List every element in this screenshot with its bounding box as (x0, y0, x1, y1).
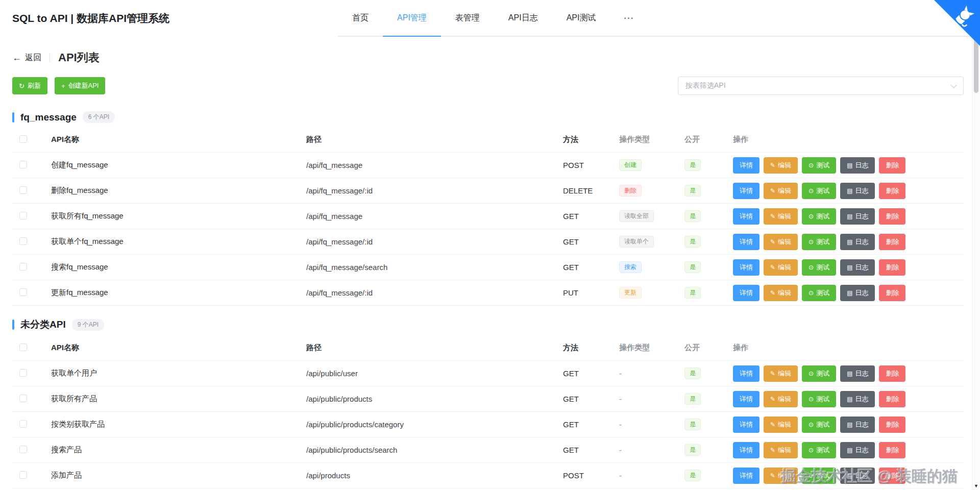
test-button[interactable]: ⊙测试 (802, 285, 836, 301)
detail-button[interactable]: 详情 (733, 416, 760, 433)
row-checkbox[interactable] (19, 186, 27, 194)
delete-button[interactable]: 删除 (879, 285, 905, 301)
nav-item-table-mgmt[interactable]: 表管理 (441, 0, 494, 37)
log-button[interactable]: ▤日志 (840, 183, 875, 199)
detail-button[interactable]: 详情 (733, 208, 760, 225)
delete-button[interactable]: 删除 (879, 468, 905, 484)
delete-button[interactable]: 删除 (879, 234, 905, 250)
row-checkbox[interactable] (19, 420, 27, 428)
test-button[interactable]: ⊙测试 (802, 259, 836, 276)
row-checkbox[interactable] (19, 263, 27, 271)
log-button[interactable]: ▤日志 (840, 157, 875, 174)
api-path: /api/public/products/category (306, 420, 563, 429)
public-tag: 是 (684, 159, 701, 171)
delete-button[interactable]: 删除 (879, 208, 905, 225)
test-button[interactable]: ⊙测试 (802, 391, 836, 407)
test-button[interactable]: ⊙测试 (802, 208, 836, 225)
edit-button[interactable]: ✎编辑 (764, 442, 798, 458)
row-checkbox[interactable] (19, 237, 27, 245)
table-row: 更新fq_message /api/fq_message/:id PUT 更新 … (12, 280, 964, 306)
delete-button[interactable]: 删除 (879, 442, 905, 458)
test-button[interactable]: ⊙测试 (802, 442, 836, 458)
op-type-tag: - (619, 420, 622, 429)
delete-button[interactable]: 删除 (879, 183, 905, 199)
log-button[interactable]: ▤日志 (840, 234, 875, 250)
log-button[interactable]: ▤日志 (840, 391, 875, 407)
test-button[interactable]: ⊙测试 (802, 365, 836, 382)
edit-button[interactable]: ✎编辑 (764, 285, 798, 301)
detail-button[interactable]: 详情 (733, 285, 760, 301)
edit-button[interactable]: ✎编辑 (764, 157, 798, 174)
scroll-down-icon[interactable]: ▼ (974, 484, 978, 488)
select-all-checkbox[interactable] (19, 135, 27, 143)
edit-button[interactable]: ✎编辑 (764, 208, 798, 225)
test-button[interactable]: ⊙测试 (802, 157, 836, 174)
log-button[interactable]: ▤日志 (840, 365, 875, 382)
api-method: POST (563, 161, 619, 169)
create-api-button[interactable]: + 创建新API (55, 77, 106, 94)
op-type-tag: 更新 (619, 287, 642, 299)
table-row: 创建fq_message /api/fq_message POST 创建 是 详… (12, 153, 964, 178)
row-checkbox[interactable] (19, 446, 27, 453)
scrollbar[interactable]: ▲ ▼ (972, 0, 980, 490)
api-method: PUT (563, 288, 619, 297)
detail-button[interactable]: 详情 (733, 183, 760, 199)
log-button[interactable]: ▤日志 (840, 416, 875, 433)
log-icon: ▤ (847, 213, 852, 219)
corner-ribbon-link[interactable] (934, 0, 980, 46)
detail-button[interactable]: 详情 (733, 157, 760, 174)
test-button[interactable]: ⊙测试 (802, 234, 836, 250)
back-button[interactable]: ← 返回 (12, 53, 41, 63)
detail-button[interactable]: 详情 (733, 259, 760, 276)
nav-items: 首页 API管理 表管理 API日志 API测试 (338, 0, 610, 37)
nav-item-api-mgmt[interactable]: API管理 (383, 0, 441, 37)
delete-button[interactable]: 删除 (879, 157, 905, 174)
log-icon: ▤ (847, 473, 852, 479)
log-button[interactable]: ▤日志 (840, 208, 875, 225)
row-checkbox[interactable] (19, 161, 27, 168)
page-title: API列表 (58, 50, 100, 65)
row-checkbox[interactable] (19, 288, 27, 296)
delete-button[interactable]: 删除 (879, 416, 905, 433)
table-row: 添加产品 /api/products POST - 是 详情 ✎编辑 ⊙测试 ▤… (12, 463, 964, 488)
edit-button[interactable]: ✎编辑 (764, 391, 798, 407)
detail-button[interactable]: 详情 (733, 391, 760, 407)
row-checkbox[interactable] (19, 369, 27, 377)
row-checkbox[interactable] (19, 471, 27, 479)
row-checkbox[interactable] (19, 395, 27, 402)
edit-button[interactable]: ✎编辑 (764, 259, 798, 276)
detail-button[interactable]: 详情 (733, 234, 760, 250)
edit-button[interactable]: ✎编辑 (764, 468, 798, 484)
edit-button[interactable]: ✎编辑 (764, 416, 798, 433)
test-button[interactable]: ⊙测试 (802, 468, 836, 484)
delete-button[interactable]: 删除 (879, 259, 905, 276)
table-filter-select[interactable]: 按表筛选API (678, 77, 964, 95)
test-button[interactable]: ⊙测试 (802, 183, 836, 199)
nav-item-label: API管理 (397, 13, 427, 23)
detail-button[interactable]: 详情 (733, 365, 760, 382)
api-name: 添加产品 (51, 471, 306, 480)
test-button[interactable]: ⊙测试 (802, 416, 836, 433)
edit-button[interactable]: ✎编辑 (764, 365, 798, 382)
group-accent-bar (12, 112, 14, 122)
nav-item-api-logs[interactable]: API日志 (494, 0, 552, 37)
log-button[interactable]: ▤日志 (840, 468, 875, 484)
detail-button[interactable]: 详情 (733, 468, 760, 484)
group-header: fq_message 6 个API (12, 111, 964, 123)
edit-button[interactable]: ✎编辑 (764, 234, 798, 250)
detail-button[interactable]: 详情 (733, 442, 760, 458)
log-button[interactable]: ▤日志 (840, 285, 875, 301)
op-type-tag: - (619, 369, 622, 378)
edit-button[interactable]: ✎编辑 (764, 183, 798, 199)
select-all-checkbox[interactable] (19, 344, 27, 351)
nav-more-button[interactable]: ⋯ (610, 0, 647, 37)
delete-button[interactable]: 删除 (879, 365, 905, 382)
log-button[interactable]: ▤日志 (840, 259, 875, 276)
refresh-button[interactable]: ↻ 刷新 (12, 77, 47, 94)
test-icon: ⊙ (808, 396, 814, 402)
delete-button[interactable]: 删除 (879, 391, 905, 407)
nav-item-api-test[interactable]: API测试 (552, 0, 610, 37)
row-checkbox[interactable] (19, 212, 27, 219)
nav-item-home[interactable]: 首页 (338, 0, 383, 37)
log-button[interactable]: ▤日志 (840, 442, 875, 458)
